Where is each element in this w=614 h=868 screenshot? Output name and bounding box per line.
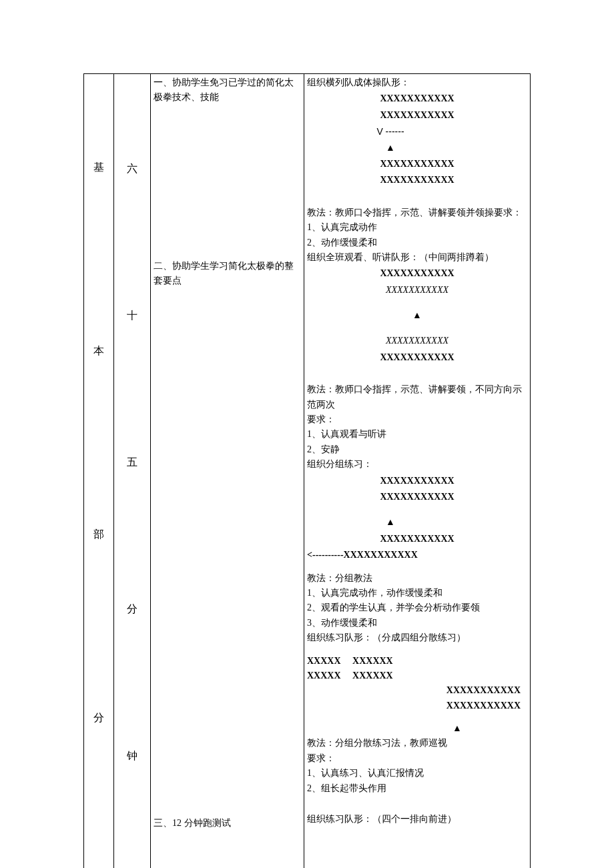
duration-char: 五 <box>117 454 147 471</box>
formation-row: XXXXXXXXXXX <box>307 532 527 546</box>
sec2-rhead: 要求： <box>307 412 527 427</box>
group-text: XXXXXX <box>352 671 393 681</box>
sec4-req1: 1、认真练习、认真汇报情况 <box>307 766 527 781</box>
organization-column: 组织横列队成体操队形： XXXXXXXXXXX XXXXXXXXXXX V --… <box>304 74 531 869</box>
formation-row-right: XXXXXXXXXXX <box>307 699 527 713</box>
content-column: 一、协助学生免习已学过的简化太极拳技术、技能 二、协助学生学习简化太极拳的整套要… <box>151 74 304 869</box>
sec2-req2: 2、安静 <box>307 442 527 457</box>
formation-row-italic: XXXXXXXXXXX <box>307 334 527 348</box>
sec4-rhead: 要求： <box>307 751 527 766</box>
formation-row: XXXXXXXXXXX <box>307 108 527 123</box>
sec3-req1: 1、认真完成动作，动作缓慢柔和 <box>307 586 527 600</box>
formation-group-row: XXXXX XXXXXX <box>307 654 527 669</box>
teacher-marker: ▲ <box>307 141 527 155</box>
teacher-marker: ▲ <box>307 308 527 323</box>
section-char: 分 <box>87 709 111 727</box>
sec2-title: 组织全班观看、听讲队形：（中间两排蹲着） <box>307 250 527 265</box>
formation-arrow-row: <----------XXXXXXXXXXX <box>307 548 527 562</box>
formation-row: XXXXXXXXXXX <box>307 490 527 504</box>
sec1-method: 教法：教师口令指挥，示范、讲解要领并领操要求： <box>307 205 527 220</box>
formation-row: XXXXXXXXXXX <box>307 474 527 488</box>
sec3-title: 组织分组练习： <box>307 457 527 472</box>
sec4-req2: 2、组长起带头作用 <box>307 781 527 796</box>
sec3-method: 教法：分组教法 <box>307 571 527 586</box>
sec1-req2: 2、动作缓慢柔和 <box>307 236 527 250</box>
formation-row: XXXXXXXXXXX <box>307 173 527 187</box>
sec2-req1: 1、认真观看与听讲 <box>307 427 527 442</box>
formation-row: XXXXXXXXXXX <box>307 266 527 281</box>
group-text: XXXXXX <box>352 656 393 666</box>
document-page: 基 本 部 分 六 十 五 分 钟 一、协助学生免习已学过的简化太极拳技术、技能… <box>0 0 614 868</box>
sec3-req3: 3、动作缓慢柔和 <box>307 616 527 630</box>
sec4-title: 组织练习队形：（分成四组分散练习） <box>307 630 527 645</box>
duration-label-cell: 六 十 五 分 钟 <box>114 74 151 869</box>
formation-row: XXXXXXXXXXX <box>307 350 527 365</box>
sec4-method: 教法：分组分散练习法，教师巡视 <box>307 736 527 751</box>
sec2-method: 教法：教师口令指挥，示范、讲解要领，不同方向示范两次 <box>307 382 527 412</box>
formation-row-italic: XXXXXXXXXXX <box>307 283 527 298</box>
section-char: 基 <box>87 159 111 176</box>
sec1-title: 组织横列队成体操队形： <box>307 75 527 90</box>
lesson-plan-table: 基 本 部 分 六 十 五 分 钟 一、协助学生免习已学过的简化太极拳技术、技能… <box>83 73 531 868</box>
duration-char: 钟 <box>117 747 147 765</box>
group-text: XXXXX <box>307 656 341 666</box>
duration-char: 六 <box>117 160 147 177</box>
formation-group-row: XXXXX XXXXXX <box>307 669 527 683</box>
content-item-1: 一、协助学生免习已学过的简化太极拳技术、技能 <box>154 75 301 105</box>
sec5-title: 组织练习队形：（四个一排向前进） <box>307 812 527 827</box>
formation-row: V ------ <box>307 124 527 139</box>
group-text: XXXXX <box>307 671 341 681</box>
teacher-marker: ▲ <box>307 721 527 736</box>
duration-char: 分 <box>117 600 147 618</box>
duration-char: 十 <box>117 307 147 324</box>
teacher-marker: ▲ <box>307 515 527 530</box>
formation-row-right: XXXXXXXXXXX <box>307 683 527 698</box>
content-item-2: 二、协助学生学习简化太极拳的整套要点 <box>154 259 301 289</box>
formation-row: XXXXXXXXXXX <box>307 157 527 171</box>
formation-row: XXXXXXXXXXX <box>307 91 527 106</box>
content-item-3: 三、12 分钟跑测试 <box>154 816 301 831</box>
sec3-req2: 2、观看的学生认真，并学会分析动作要领 <box>307 600 527 615</box>
section-char: 本 <box>87 342 111 360</box>
section-label-cell: 基 本 部 分 <box>84 74 114 869</box>
sec1-req1: 1、认真完成动作 <box>307 220 527 235</box>
section-char: 部 <box>87 526 111 543</box>
